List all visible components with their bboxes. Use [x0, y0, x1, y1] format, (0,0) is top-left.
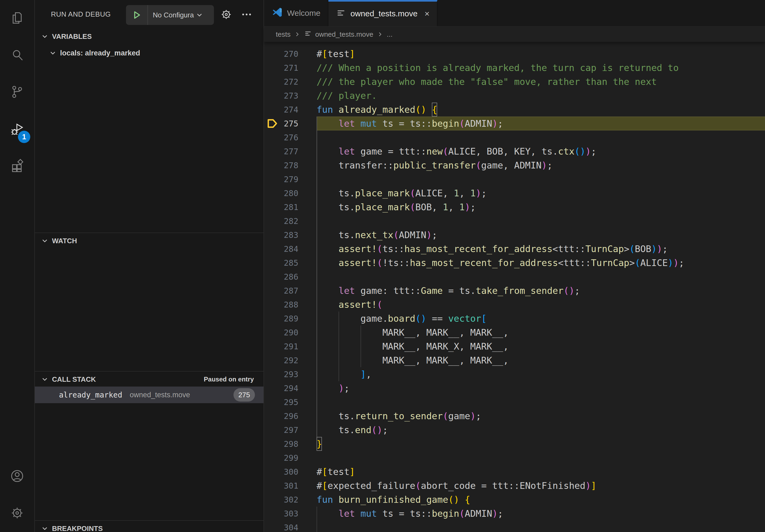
watch-section-header[interactable]: WATCH	[35, 233, 264, 249]
gutter[interactable]: 287	[264, 284, 317, 298]
line-number[interactable]: 302	[281, 495, 298, 504]
line-number[interactable]: 277	[281, 147, 298, 156]
activity-item-source-control[interactable]	[0, 74, 35, 111]
code-line[interactable]: 277 let game = ttt::new(ALICE, BOB, KEY,…	[264, 144, 765, 158]
views-and-more-actions-button[interactable]	[238, 6, 255, 23]
code-line[interactable]: 280 ts.place_mark(ALICE, 1, 1);	[264, 186, 765, 200]
code-line[interactable]: 283 ts.next_tx(ADMIN);	[264, 228, 765, 242]
code-line[interactable]: 273/// player.	[264, 89, 765, 103]
gutter[interactable]: 282	[264, 214, 317, 228]
code-line[interactable]: 286	[264, 270, 765, 284]
call-stack-section-header[interactable]: CALL STACK Paused on entry	[35, 372, 264, 387]
code-line[interactable]: 298}	[264, 437, 765, 451]
gutter[interactable]: 284	[264, 242, 317, 256]
gutter[interactable]: 289	[264, 312, 317, 326]
gutter[interactable]: 281	[264, 200, 317, 214]
line-number[interactable]: 288	[281, 300, 298, 309]
code-line[interactable]: 278 transfer::public_transfer(game, ADMI…	[264, 158, 765, 172]
gutter[interactable]: 299	[264, 451, 317, 465]
tab-welcome[interactable]: Welcome	[264, 0, 328, 26]
gutter[interactable]: 272	[264, 75, 317, 89]
code-text[interactable]	[317, 395, 765, 409]
code-text[interactable]: /// When a position is already marked, t…	[317, 61, 765, 75]
activity-item-explorer[interactable]	[0, 0, 35, 37]
line-number[interactable]: 278	[281, 161, 298, 170]
code-text[interactable]: MARK__, MARK__, MARK__,	[317, 353, 765, 367]
activity-item-extensions[interactable]	[0, 148, 35, 185]
breadcrumb-folder[interactable]: tests	[276, 30, 291, 39]
code-text[interactable]: /// the player who made the "false" move…	[317, 75, 765, 89]
code-line[interactable]: 281 ts.place_mark(BOB, 1, 1);	[264, 200, 765, 214]
tab-owned-tests-move[interactable]: owned_tests.move ×	[328, 0, 437, 26]
code-text[interactable]	[317, 131, 765, 144]
line-number[interactable]: 296	[281, 411, 298, 421]
code-text[interactable]: ts.place_mark(ALICE, 1, 1);	[317, 186, 765, 200]
gutter[interactable]: 296	[264, 409, 317, 423]
code-line[interactable]: 288 assert!(	[264, 298, 765, 312]
line-number[interactable]: 300	[281, 467, 298, 476]
gutter[interactable]: 273	[264, 89, 317, 103]
breakpoints-section-header[interactable]: BREAKPOINTS	[35, 521, 264, 532]
gutter[interactable]: 283	[264, 228, 317, 242]
code-text[interactable]: assert!(ts::has_most_recent_for_address<…	[317, 242, 765, 256]
code-line[interactable]: 294 );	[264, 381, 765, 395]
code-line[interactable]: 291 MARK__, MARK_X, MARK__,	[264, 339, 765, 353]
breadcrumb-file[interactable]: owned_tests.move	[315, 30, 374, 39]
code-text[interactable]: fun burn_unfinished_game() {	[317, 493, 765, 507]
launch-configuration-dropdown[interactable]: No Configura	[126, 5, 214, 25]
code-line[interactable]: 297 ts.end();	[264, 423, 765, 437]
line-number[interactable]: 276	[281, 133, 298, 142]
code-text[interactable]: /// player.	[317, 89, 765, 103]
gutter[interactable]: 298	[264, 437, 317, 451]
code-line[interactable]: 271/// When a position is already marked…	[264, 61, 765, 75]
code-line[interactable]: 302fun burn_unfinished_game() {	[264, 493, 765, 507]
debug-settings-button[interactable]	[218, 6, 235, 23]
breadcrumb-symbol[interactable]: ...	[387, 30, 393, 39]
gutter[interactable]: 279	[264, 172, 317, 186]
gutter[interactable]: 292	[264, 353, 317, 367]
code-text[interactable]: assert!(!ts::has_most_recent_for_address…	[317, 256, 765, 270]
code-line[interactable]: 279	[264, 172, 765, 186]
code-line[interactable]: 289 game.board() == vector[	[264, 312, 765, 326]
gutter[interactable]: 275	[264, 117, 317, 131]
code-line[interactable]: 290 MARK__, MARK__, MARK__,	[264, 326, 765, 339]
code-text[interactable]	[317, 270, 765, 284]
start-debug-button[interactable]	[126, 5, 148, 25]
code-text[interactable]: ],	[317, 367, 765, 381]
activity-item-search[interactable]	[0, 37, 35, 74]
gutter[interactable]: 294	[264, 381, 317, 395]
code-line[interactable]: 303 let mut ts = ts::begin(ADMIN);	[264, 507, 765, 520]
gutter[interactable]: 285	[264, 256, 317, 270]
line-number[interactable]: 298	[281, 439, 298, 449]
line-number[interactable]: 271	[281, 63, 298, 73]
code-text[interactable]: #[expected_failure(abort_code = ttt::ENo…	[317, 479, 765, 493]
code-text[interactable]: transfer::public_transfer(game, ADMIN);	[317, 158, 765, 172]
code-line[interactable]: 284 assert!(ts::has_most_recent_for_addr…	[264, 242, 765, 256]
code-text[interactable]: );	[317, 381, 765, 395]
code-text[interactable]: #[test]	[317, 465, 765, 479]
code-text[interactable]: let game = ttt::new(ALICE, BOB, KEY, ts.…	[317, 144, 765, 158]
line-number[interactable]: 281	[281, 202, 298, 212]
gutter[interactable]: 276	[264, 131, 317, 144]
gutter[interactable]: 300	[264, 465, 317, 479]
line-number[interactable]: 273	[281, 91, 298, 101]
gutter[interactable]: 270	[264, 47, 317, 61]
code-line[interactable]: 304	[264, 520, 765, 532]
code-text[interactable]: ts.return_to_sender(game);	[317, 409, 765, 423]
line-number[interactable]: 280	[281, 188, 298, 198]
variables-scope-locals[interactable]: locals: already_marked	[35, 45, 264, 61]
code-line[interactable]: 301#[expected_failure(abort_code = ttt::…	[264, 479, 765, 493]
line-number[interactable]: 303	[281, 509, 298, 518]
line-number[interactable]: 275	[281, 119, 298, 128]
code-text[interactable]: ts.end();	[317, 423, 765, 437]
code-line[interactable]: 282	[264, 214, 765, 228]
line-number[interactable]: 287	[281, 286, 298, 296]
code-line[interactable]: 287 let game: ttt::Game = ts.take_from_s…	[264, 284, 765, 298]
line-number[interactable]: 270	[281, 49, 298, 59]
gutter[interactable]: 293	[264, 367, 317, 381]
configuration-select[interactable]: No Configura	[148, 11, 214, 19]
line-number[interactable]: 274	[281, 105, 298, 115]
line-number[interactable]: 282	[281, 216, 298, 226]
close-icon[interactable]: ×	[424, 9, 430, 19]
code-text[interactable]: }	[317, 437, 765, 451]
